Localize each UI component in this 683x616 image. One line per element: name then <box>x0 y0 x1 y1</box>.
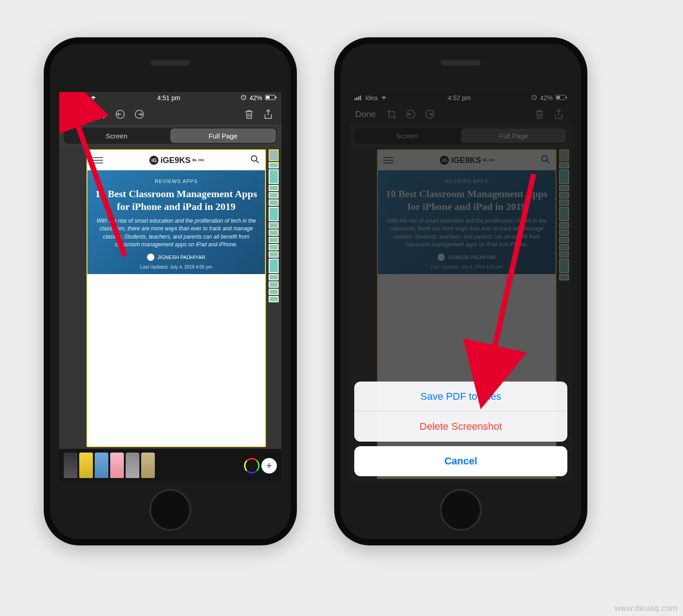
watermark-label: www.deuaq.com <box>614 604 678 613</box>
svg-rect-0 <box>64 98 65 100</box>
thumb-item[interactable] <box>269 296 279 302</box>
author-avatar-icon <box>147 254 154 261</box>
svg-line-11 <box>75 117 125 256</box>
add-button[interactable]: + <box>261 458 277 473</box>
thumb-item[interactable] <box>269 162 279 168</box>
svg-rect-6 <box>266 96 270 99</box>
home-button[interactable] <box>440 489 482 531</box>
svg-point-10 <box>251 156 257 161</box>
highlighter-tool[interactable] <box>79 453 93 478</box>
logo-suffix: BL OG <box>192 158 204 162</box>
author-name: JIGNESH PADHIYAR <box>157 255 205 260</box>
eraser-tool[interactable] <box>110 453 124 478</box>
thumbnail-rail[interactable] <box>269 149 279 447</box>
battery-label: 42% <box>250 94 262 102</box>
battery-icon <box>265 94 277 102</box>
thumb-item[interactable] <box>269 222 279 229</box>
thumb-item[interactable] <box>269 192 279 199</box>
svg-rect-7 <box>275 97 276 98</box>
phone-left: Idea 4:51 pm 42% <box>44 37 297 545</box>
wifi-icon <box>90 94 97 102</box>
thumb-item[interactable] <box>269 274 279 280</box>
search-icon[interactable] <box>250 155 260 166</box>
screen-left: Idea 4:51 pm 42% <box>59 92 281 481</box>
carrier-label: Idea <box>75 94 87 102</box>
rotation-lock-icon <box>240 94 247 102</box>
markup-tools: + <box>59 449 281 481</box>
speaker-grille <box>441 60 481 66</box>
thumb-item[interactable] <box>269 244 279 250</box>
thumb-item[interactable] <box>269 229 279 236</box>
clock-label: 4:51 pm <box>157 94 180 102</box>
thumb-item[interactable] <box>269 149 279 161</box>
svg-rect-2 <box>67 97 69 100</box>
segment-fullpage[interactable]: Full Page <box>170 128 276 143</box>
speaker-grille <box>150 60 190 66</box>
thumb-item[interactable] <box>269 289 279 295</box>
article-body <box>87 274 265 446</box>
share-icon[interactable] <box>260 107 276 122</box>
thumb-item[interactable] <box>269 281 279 288</box>
svg-line-23 <box>493 174 534 356</box>
phone-right: Idea 4:52 pm 42% <box>334 37 587 545</box>
thumb-item[interactable] <box>269 251 279 258</box>
article-updated: Last Updated: July 4, 2019 4:05 pm <box>94 265 259 270</box>
save-pdf-button[interactable]: Save PDF to Files <box>354 382 567 412</box>
delete-screenshot-button[interactable]: Delete Screenshot <box>354 412 567 442</box>
thumb-item[interactable] <box>269 199 279 206</box>
svg-rect-1 <box>66 97 67 100</box>
thumb-item[interactable] <box>269 169 279 184</box>
status-bar: Idea 4:51 pm 42% <box>59 92 281 104</box>
action-sheet-overlay[interactable]: Save PDF to Files Delete Screenshot Canc… <box>350 92 572 481</box>
marker-tool[interactable] <box>95 453 108 478</box>
site-logo: iG iGE9KS BL OG <box>149 156 204 165</box>
action-sheet-group: Save PDF to Files Delete Screenshot <box>354 382 567 442</box>
color-picker-icon[interactable] <box>244 458 260 473</box>
annotation-arrow-icon <box>59 106 138 262</box>
svg-rect-3 <box>69 96 71 100</box>
logo-badge-icon: iG <box>149 156 158 165</box>
thumb-item[interactable] <box>269 237 279 243</box>
screen-right: Idea 4:52 pm 42% <box>350 92 572 481</box>
logo-text: iGE9KS <box>160 156 190 165</box>
ruler-tool[interactable] <box>141 453 155 478</box>
trash-icon[interactable] <box>241 107 257 122</box>
thumb-item[interactable] <box>269 259 279 273</box>
pen-tool[interactable] <box>64 453 77 478</box>
signal-icon <box>64 94 72 102</box>
thumb-item[interactable] <box>269 185 279 191</box>
home-button[interactable] <box>149 489 191 531</box>
cancel-button[interactable]: Cancel <box>354 446 567 476</box>
pencil-tool[interactable] <box>126 453 139 478</box>
annotation-arrow-icon <box>474 169 547 367</box>
thumb-item[interactable] <box>269 207 279 221</box>
